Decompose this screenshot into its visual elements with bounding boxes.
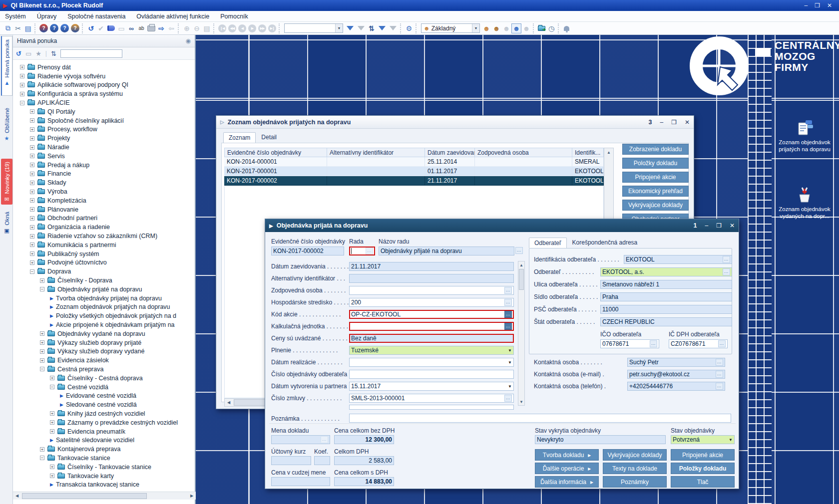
prev-record-icon[interactable]: ◀ (238, 24, 246, 32)
scroll-left-icon[interactable]: ◀ (225, 399, 233, 407)
expand-icon[interactable]: + (20, 65, 24, 69)
expand-icon[interactable]: + (50, 376, 54, 380)
tree-item[interactable]: +Objednávky vydané na dopravu (13, 329, 196, 338)
form-row-0-field[interactable]: 21.11.2017 (349, 262, 514, 271)
ellipsis-button[interactable]: … (718, 340, 726, 347)
window2-minimize-button[interactable]: – (705, 222, 708, 229)
add-icon[interactable]: ⊕ (182, 23, 192, 33)
collapse-icon[interactable]: − (50, 385, 54, 389)
screen-icon[interactable]: ▭ (25, 50, 31, 57)
expand-icon[interactable]: + (30, 181, 34, 185)
copy-icon[interactable]: ⧉ (3, 23, 13, 33)
ellipsis-button[interactable]: … (504, 287, 512, 294)
expand-icon[interactable]: + (30, 260, 34, 265)
tree-item[interactable]: +Záznamy o prevádzke cestných vozidiel (13, 418, 196, 427)
expand-icon[interactable]: + (50, 420, 54, 425)
contact-row-1-field[interactable]: petr.suchy@ekotool.cz… (627, 370, 725, 379)
last-record-icon[interactable]: ▶❙ (268, 24, 276, 32)
tree-item[interactable]: ▶Transakcia tankovacej stanice (13, 480, 196, 489)
scrollbar-thumb[interactable] (22, 493, 147, 499)
tree-item[interactable]: +Výroba (13, 187, 196, 196)
contact-row-0-field[interactable]: Suchý Petr… (627, 358, 725, 367)
expand-icon[interactable]: + (50, 465, 54, 469)
clear-filter-icon[interactable] (358, 26, 365, 30)
tree-item[interactable]: +Číselníky - Doprava (13, 276, 196, 285)
tree-item[interactable]: ▶Sledované cestné vozidlá (13, 400, 196, 409)
remove-icon[interactable]: ⊖ (192, 23, 202, 33)
action-button--al-ia-inform-cia[interactable]: Ďalšia informácia▸ (535, 476, 599, 488)
poznamka-field[interactable] (349, 414, 731, 423)
menu-item-2[interactable]: Spoločné nastavenia (67, 13, 125, 20)
print-icon[interactable] (147, 25, 155, 31)
expand-icon[interactable]: + (30, 198, 34, 203)
user-help-icon[interactable]: ? (71, 24, 79, 32)
expand-icon[interactable]: + (40, 331, 44, 336)
form-row-11-field[interactable]: SMLS-2013-000001… (349, 394, 514, 403)
rada-ellipsis-button[interactable]: … (366, 248, 373, 254)
tree-item[interactable]: +Konfigurácia a správa systému (13, 89, 196, 98)
ellipsis-button[interactable]: … (504, 311, 512, 318)
expand-icon[interactable]: + (30, 207, 34, 212)
clear-sort-icon[interactable] (390, 26, 397, 30)
tree-item[interactable]: +Predaj a nákup (13, 161, 196, 170)
refresh-icon[interactable]: ↺ (86, 23, 96, 33)
help-icon[interactable]: ? (39, 24, 48, 32)
column-header[interactable]: Alternatívny identifikátor (327, 148, 425, 157)
form-row-5-field[interactable]: … (349, 322, 514, 331)
undo-icon[interactable]: ⇦ (166, 23, 176, 33)
chevron-down-icon[interactable]: ▼ (508, 384, 512, 389)
nazov-radu-ellipsis-button[interactable]: … (515, 247, 523, 254)
tree-item[interactable]: +Číselníky - Tankovacie stanice (13, 463, 196, 472)
tree-item[interactable]: +Publikačný systém (13, 250, 196, 258)
action-button-polo-ky-dokladu[interactable]: Položky dokladu (671, 463, 735, 474)
filter-sort-icon[interactable] (379, 26, 386, 30)
scroll-right-icon[interactable]: ▶ (188, 492, 196, 500)
tree-item[interactable]: +Kompletizácia (13, 196, 196, 205)
book-icon[interactable] (107, 25, 115, 31)
tree-item[interactable]: +Riadenie vzťahov so zákazníkmi (CRM) (13, 232, 196, 241)
tree-item[interactable]: ▶Evidované cestné vozidlá (13, 391, 196, 400)
action-button-tvorba-dokladu[interactable]: Tvorba dokladu▸ (535, 449, 599, 461)
side-tab-ob-ben-[interactable]: Obľúbené★ (1, 105, 12, 155)
ellipsis-button[interactable]: … (716, 383, 723, 390)
chevron-down-icon[interactable]: ▼ (729, 438, 733, 442)
scrollbar-thumb[interactable] (234, 399, 269, 406)
form-row-8-field[interactable]: ▼ (349, 358, 514, 367)
form-row-9-field[interactable] (349, 370, 514, 379)
tree-item[interactable]: ▶Položky všetkých objednávok prijatých n… (13, 311, 196, 320)
tree-item[interactable]: +Kontajnerová preprava (13, 445, 196, 454)
paste-icon[interactable]: ▤ (23, 23, 33, 33)
side-button-0[interactable]: Zobrazenie dokladu (622, 144, 689, 155)
user-config-icon[interactable]: ☻ (481, 23, 491, 33)
form-row-2-field[interactable]: … (349, 286, 514, 295)
profile-combo[interactable]: ☻Základný▼ (421, 23, 480, 33)
form-v-scrollbar[interactable]: ▲ ▼ (518, 261, 525, 406)
column-header[interactable]: Identifik... (572, 148, 604, 157)
expand-icon[interactable]: + (50, 411, 54, 416)
rada-field[interactable]: … (349, 247, 375, 255)
user-edit-icon[interactable]: ☻ (491, 23, 501, 33)
search-binoculars-icon[interactable]: ∞ (126, 23, 136, 33)
expand-icon[interactable]: + (30, 172, 34, 176)
next-record-icon[interactable]: ▶ (248, 24, 256, 32)
side-tab-hlavn-ponuka[interactable]: Hlavná ponuka▲ (1, 36, 12, 96)
app-maximize-button[interactable]: ❒ (815, 2, 820, 9)
confirm-icon[interactable]: ✔ (96, 23, 106, 33)
expand-icon[interactable]: + (30, 136, 34, 141)
help-topic-icon[interactable]: ? (50, 24, 58, 32)
replace-icon[interactable]: ab (136, 23, 146, 33)
tree-item[interactable]: +Knihy jázd cestných vozidiel (13, 409, 196, 418)
tree-item[interactable]: −Tankovacie stanice (13, 454, 196, 463)
notification-bell-icon[interactable] (564, 26, 569, 31)
customer-row-3-field[interactable]: Praha (600, 292, 732, 301)
desktop-icon-orders-issued[interactable]: Zoznam objednávok vydaných na dopr... (770, 186, 839, 220)
tree-item[interactable]: +Tankovacie karty (13, 472, 196, 481)
tree-item[interactable]: +Servis (13, 152, 196, 161)
side-button-4[interactable]: Vykrývajúce doklady (622, 200, 689, 211)
ellipsis-button[interactable]: … (650, 340, 657, 347)
expand-icon[interactable]: + (50, 429, 54, 434)
action-button-texty-na-doklade[interactable]: Texty na doklade (603, 463, 667, 474)
action-button-pripojen-akcie[interactable]: Pripojené akcie (671, 449, 735, 461)
window1-maximize-button[interactable]: ❒ (671, 119, 677, 126)
sort-az-icon[interactable]: ⇅ (51, 50, 56, 57)
